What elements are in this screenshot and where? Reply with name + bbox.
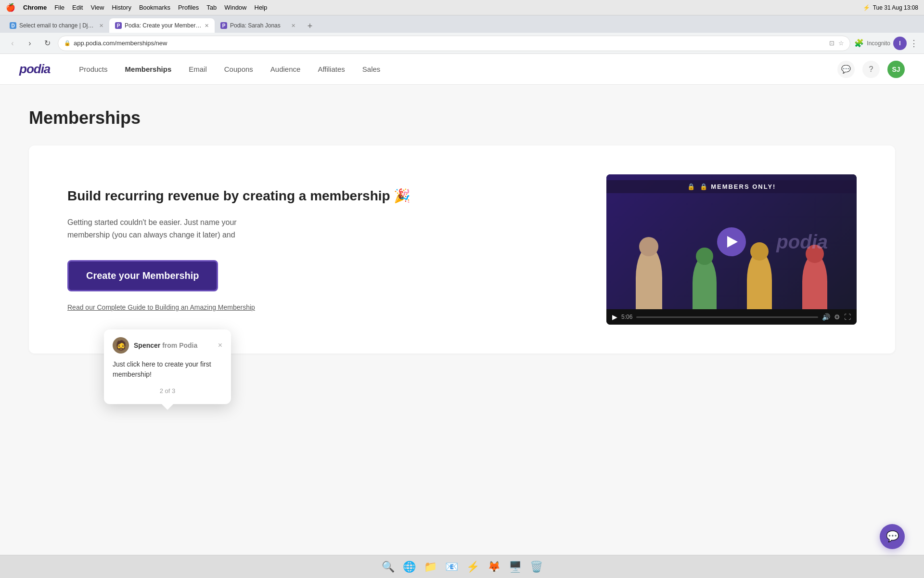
incognito-label: Incognito: [867, 40, 890, 47]
dock-terminal[interactable]: 🖥️: [506, 558, 524, 576]
dock-mail[interactable]: 📧: [443, 558, 460, 576]
menu-edit[interactable]: Edit: [72, 4, 83, 11]
browser-tab-2[interactable]: P Podia: Create your Membershi... ✕: [109, 18, 215, 33]
browser-toolbar: ‹ › ↻ 🔒 app.podia.com/memberships/new ⊡ …: [0, 33, 924, 54]
vc-duration: 5:06: [621, 314, 632, 320]
menu-tab[interactable]: Tab: [206, 4, 217, 11]
browser-tab-1[interactable]: D Select email to change | Djang... ✕: [4, 18, 109, 33]
browser-profile-avatar[interactable]: I: [893, 37, 907, 50]
tab2-favicon: P: [115, 22, 122, 29]
address-bar[interactable]: 🔒 app.podia.com/memberships/new ⊡ ☆: [58, 36, 850, 51]
bookmark-icon[interactable]: ☆: [838, 39, 844, 47]
tab3-title: Podia: Sarah Jonas: [230, 22, 281, 29]
tooltip-sender: Spencer from Podia: [134, 341, 197, 350]
lock-icon: 🔒: [64, 40, 71, 46]
tooltip-avatar: 🧔: [113, 337, 129, 354]
menu-profiles[interactable]: Profiles: [178, 4, 199, 11]
menu-bookmarks[interactable]: Bookmarks: [139, 4, 170, 11]
nav-products[interactable]: Products: [79, 65, 107, 73]
battery-charging-icon: ⚡: [863, 4, 870, 11]
menu-file[interactable]: File: [54, 4, 64, 11]
vc-fullscreen-icon[interactable]: ⛶: [844, 313, 851, 321]
nav-audience[interactable]: Audience: [270, 65, 301, 73]
browser-content: podia Products Memberships Email Coupons…: [0, 54, 924, 555]
video-play-button[interactable]: [717, 227, 746, 256]
nav-links: Products Memberships Email Coupons Audie…: [79, 65, 837, 73]
macos-menu-left: 🍎 Chrome File Edit View History Bookmark…: [6, 3, 267, 12]
video-podia-watermark: podia: [776, 231, 828, 253]
tab2-close-icon[interactable]: ✕: [205, 23, 209, 29]
create-membership-button[interactable]: Create your Membership: [67, 260, 218, 291]
tooltip-pagination: 2 of 3: [113, 387, 222, 394]
dock-finder[interactable]: 🔍: [379, 558, 397, 576]
dock-firefox[interactable]: 🦊: [485, 558, 502, 576]
extensions-icon[interactable]: 🧩: [854, 39, 864, 48]
tooltip-arrow-icon: [162, 404, 173, 410]
user-avatar[interactable]: SJ: [887, 61, 905, 78]
menu-window[interactable]: Window: [224, 4, 246, 11]
figure-1: [636, 247, 662, 309]
menu-history[interactable]: History: [112, 4, 131, 11]
guide-link[interactable]: Read our Complete Guide to Building an A…: [67, 303, 255, 311]
nav-coupons[interactable]: Coupons: [224, 65, 253, 73]
tab1-close-icon[interactable]: ✕: [99, 23, 103, 29]
menu-help[interactable]: Help: [255, 4, 268, 11]
dock-energy[interactable]: ⚡: [464, 558, 481, 576]
back-button[interactable]: ‹: [6, 37, 19, 50]
podia-logo[interactable]: podia: [19, 62, 50, 77]
vc-play-icon[interactable]: ▶: [612, 313, 617, 321]
dock-files[interactable]: 📁: [422, 558, 439, 576]
tooltip-close-icon[interactable]: ×: [218, 341, 222, 350]
menu-chrome[interactable]: Chrome: [23, 4, 47, 11]
address-text: app.podia.com/memberships/new: [74, 39, 167, 47]
forward-button[interactable]: ›: [23, 37, 37, 50]
vc-settings-icon[interactable]: ⚙: [834, 313, 840, 321]
dock-trash[interactable]: 🗑️: [527, 558, 545, 576]
macos-menubar: 🍎 Chrome File Edit View History Bookmark…: [0, 0, 924, 15]
browser-menu-icon[interactable]: ⋮: [910, 38, 918, 49]
apple-logo-icon[interactable]: 🍎: [6, 3, 15, 12]
nav-right: 💬 ? SJ: [837, 61, 905, 78]
card-body-text: Getting started couldn't be easier. Just…: [67, 216, 279, 241]
vc-volume-icon[interactable]: 🔊: [822, 313, 830, 321]
browser-tab-bar: D Select email to change | Djang... ✕ P …: [0, 15, 924, 33]
play-triangle-icon: [727, 236, 738, 248]
main-card: Build recurring revenue by creating a me…: [29, 145, 895, 354]
figure-4: [802, 254, 827, 309]
card-heading: Build recurring revenue by creating a me…: [67, 187, 568, 205]
nav-affiliates[interactable]: Affiliates: [318, 65, 345, 73]
macos-dock: 🔍 🌐 📁 📧 ⚡ 🦊 🖥️ 🗑️: [0, 555, 924, 578]
figure-3: [747, 251, 772, 309]
tooltip-name: Spencer from Podia: [134, 342, 197, 349]
lock-banner-icon: 🔒: [687, 183, 696, 190]
vc-progress-bar[interactable]: [636, 316, 818, 318]
help-nav-button[interactable]: ?: [862, 61, 880, 78]
video-player: 🔒 🔒 MEMBERS ONLY!: [606, 174, 857, 325]
cast-icon: ⊡: [829, 39, 834, 47]
tooltip-message: Just click here to create your first mem…: [113, 359, 222, 380]
tooltip-popup: 🧔 Spencer from Podia × Just click here t…: [104, 329, 231, 404]
tooltip-header: 🧔 Spencer from Podia ×: [113, 337, 222, 354]
dock-chrome[interactable]: 🌐: [400, 558, 418, 576]
banner-text: 🔒 MEMBERS ONLY!: [700, 183, 776, 190]
nav-memberships[interactable]: Memberships: [125, 65, 172, 73]
page-title: Memberships: [29, 108, 895, 128]
tab3-favicon: P: [220, 22, 227, 29]
card-left: Build recurring revenue by creating a me…: [67, 187, 568, 312]
reload-button[interactable]: ↻: [40, 37, 54, 50]
macos-status-bar: ⚡ Tue 31 Aug 13:08: [863, 4, 918, 11]
chat-nav-button[interactable]: 💬: [837, 61, 855, 78]
tab2-title: Podia: Create your Membershi...: [125, 22, 202, 29]
new-tab-button[interactable]: +: [303, 19, 317, 33]
menu-view[interactable]: View: [90, 4, 104, 11]
video-controls: ▶ 5:06 🔊 ⚙ ⛶: [606, 309, 857, 325]
video-content: 🔒 🔒 MEMBERS ONLY!: [606, 174, 857, 309]
chat-fab-icon: 💬: [886, 530, 899, 543]
nav-sales[interactable]: Sales: [362, 65, 381, 73]
nav-email[interactable]: Email: [189, 65, 207, 73]
tab1-favicon: D: [10, 22, 16, 29]
podia-navbar: podia Products Memberships Email Coupons…: [0, 54, 924, 85]
tab3-close-icon[interactable]: ✕: [291, 23, 295, 29]
chat-fab-button[interactable]: 💬: [880, 524, 905, 549]
browser-tab-3[interactable]: P Podia: Sarah Jonas ✕: [215, 18, 301, 33]
